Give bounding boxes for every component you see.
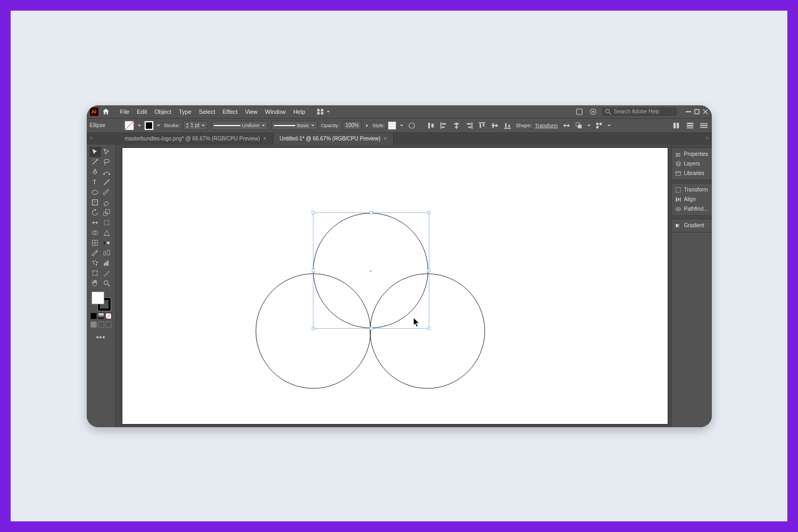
isolate-icon[interactable]: [561, 121, 571, 130]
align-right-icon[interactable]: [464, 121, 474, 130]
maximize-button[interactable]: [694, 109, 700, 115]
blend-tool-icon[interactable]: [101, 248, 113, 258]
line-tool-icon[interactable]: [101, 177, 113, 187]
help-search-input[interactable]: Search Adobe Help: [602, 107, 677, 116]
pen-tool-icon[interactable]: [89, 167, 101, 177]
zoom-tool-icon[interactable]: [101, 278, 113, 288]
doc-setup-icon[interactable]: [671, 121, 681, 130]
menu-view[interactable]: View: [241, 107, 261, 117]
mesh-tool-icon[interactable]: [89, 238, 101, 248]
menu-window[interactable]: Window: [261, 107, 289, 117]
close-button[interactable]: [702, 109, 709, 115]
hand-tool-icon[interactable]: [89, 278, 101, 288]
panel-gradient[interactable]: Gradient: [672, 221, 712, 230]
panel-properties[interactable]: Properties: [672, 149, 712, 159]
minimize-button[interactable]: [685, 109, 692, 115]
select-similar-icon[interactable]: [594, 121, 604, 130]
color-mode-switcher[interactable]: [90, 313, 112, 319]
artboard[interactable]: ×: [122, 148, 668, 424]
menu-select[interactable]: Select: [195, 107, 219, 117]
draw-mode-switcher[interactable]: [90, 321, 112, 328]
chevron-down-icon[interactable]: [326, 110, 330, 114]
panel-transform[interactable]: Transform: [672, 185, 712, 195]
arrange-icon[interactable]: [574, 121, 584, 130]
close-icon[interactable]: ×: [263, 136, 267, 142]
menu-effect[interactable]: Effect: [219, 107, 241, 117]
stroke-profile-dropdown[interactable]: Uniform: [211, 121, 268, 130]
svg-rect-21: [455, 126, 458, 128]
menu-object[interactable]: Object: [151, 107, 175, 117]
align-left-icon[interactable]: [439, 121, 448, 130]
svg-point-72: [94, 263, 95, 264]
style-swatch[interactable]: [388, 121, 396, 130]
shape-builder-tool-icon[interactable]: [89, 228, 101, 238]
panel-label: Gradient: [684, 222, 704, 228]
document-tab[interactable]: masterbundles-logo.png* @ 66.67% (RGB/CP…: [119, 133, 273, 145]
eyedropper-tool-icon[interactable]: [89, 248, 101, 258]
width-tool-icon[interactable]: [89, 218, 101, 228]
shape-panel-link[interactable]: Shape:: [516, 122, 531, 128]
opacity-input[interactable]: 100%: [343, 121, 362, 130]
rotate-tool-icon[interactable]: [89, 207, 101, 218]
direct-selection-tool-icon[interactable]: [101, 147, 113, 157]
lasso-tool-icon[interactable]: [101, 157, 113, 167]
align-icon[interactable]: [426, 121, 436, 130]
edit-toolbar-icon[interactable]: •••: [96, 333, 106, 342]
svg-rect-16: [440, 122, 442, 128]
artboard-tool-icon[interactable]: [89, 268, 101, 278]
home-icon[interactable]: [102, 107, 110, 116]
chevron-down-icon[interactable]: [400, 123, 404, 128]
transform-panel-link[interactable]: Transform: [535, 122, 558, 128]
menu-edit[interactable]: Edit: [133, 107, 151, 117]
scale-tool-icon[interactable]: [101, 207, 113, 218]
menu-file[interactable]: File: [117, 107, 134, 117]
stroke-swatch[interactable]: [145, 121, 153, 130]
perspective-tool-icon[interactable]: [101, 228, 113, 238]
tool-panel: T: [87, 145, 116, 427]
chevron-right-icon[interactable]: [365, 123, 369, 128]
svg-rect-2: [317, 112, 320, 114]
free-transform-tool-icon[interactable]: [101, 218, 113, 228]
brush-dropdown[interactable]: Basic: [271, 121, 318, 130]
workspace-switcher-icon[interactable]: [315, 107, 325, 117]
panel-pathfind-[interactable]: Pathfind...: [672, 204, 712, 214]
chevron-down-icon[interactable]: [137, 123, 142, 128]
panel-collapse-icon[interactable]: ≡: [705, 135, 708, 140]
gradient-tool-icon[interactable]: [101, 238, 113, 248]
align-center-h-icon[interactable]: [452, 121, 461, 130]
shaper-tool-icon[interactable]: [89, 197, 101, 207]
recolor-icon[interactable]: [407, 121, 417, 130]
fill-stroke-control[interactable]: [92, 292, 111, 311]
align-bottom-icon[interactable]: [503, 121, 512, 130]
stroke-weight-input[interactable]: 1 pt: [183, 121, 208, 130]
document-tab[interactable]: Untitled-1* @ 66.67% (RGB/CPU Preview)×: [273, 133, 394, 145]
chevron-down-icon[interactable]: [607, 123, 611, 128]
canvas-area[interactable]: ×: [116, 145, 671, 427]
preferences-icon[interactable]: [685, 121, 695, 130]
menu-type[interactable]: Type: [175, 107, 195, 117]
panel-libraries[interactable]: Libraries: [672, 169, 712, 178]
panel-align[interactable]: Align: [672, 195, 712, 204]
type-tool-icon[interactable]: T: [89, 177, 101, 187]
toolbar-collapse-icon[interactable]: ≡: [90, 135, 93, 140]
slice-tool-icon[interactable]: [101, 268, 113, 278]
paintbrush-tool-icon[interactable]: [101, 187, 113, 197]
close-icon[interactable]: ×: [384, 136, 387, 142]
selection-tool-icon[interactable]: [89, 147, 101, 157]
align-top-icon[interactable]: [477, 121, 487, 130]
panel-layers[interactable]: Layers: [672, 159, 712, 169]
chevron-down-icon[interactable]: [156, 123, 161, 128]
menu-help[interactable]: Help: [289, 107, 309, 117]
eraser-tool-icon[interactable]: [101, 197, 113, 207]
symbol-sprayer-tool-icon[interactable]: [89, 258, 101, 268]
chevron-down-icon[interactable]: [587, 123, 591, 128]
fill-swatch[interactable]: [124, 121, 134, 130]
graph-tool-icon[interactable]: [101, 258, 113, 268]
learn-icon[interactable]: [588, 107, 598, 117]
ellipse-tool-icon[interactable]: [89, 187, 101, 197]
panel-menu-icon[interactable]: [699, 121, 709, 130]
magic-wand-tool-icon[interactable]: [89, 157, 101, 167]
align-center-v-icon[interactable]: [490, 121, 500, 130]
curvature-tool-icon[interactable]: [101, 167, 113, 177]
share-doc-icon[interactable]: [575, 107, 584, 117]
